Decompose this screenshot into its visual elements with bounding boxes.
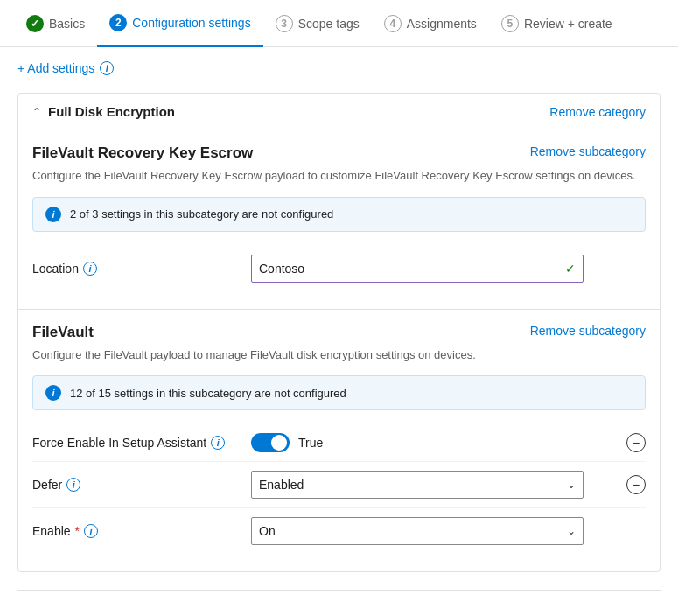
defer-dropdown-arrow-icon: ⌄	[567, 479, 576, 491]
info-banner-text-filevault: 12 of 15 settings in this subcategory ar…	[70, 387, 346, 400]
main-content: + Add settings i ⌃ Full Disk Encryption …	[0, 47, 678, 605]
force-enable-toggle-thumb	[271, 435, 287, 451]
setting-control-force-enable: True −	[251, 433, 646, 452]
force-enable-remove-button[interactable]: −	[626, 433, 646, 452]
setting-label-enable: Enable * i	[32, 524, 251, 538]
step-label-basics: Basics	[49, 17, 85, 31]
enable-dropdown[interactable]: On ⌄	[251, 517, 584, 545]
enable-required-star: *	[75, 524, 80, 538]
setting-label-text-enable: Enable	[32, 524, 71, 538]
setting-label-text-force-enable: Force Enable In Setup Assistant	[32, 436, 206, 450]
setting-row-force-enable: Force Enable In Setup Assistant i True −	[32, 424, 646, 462]
subcategory-filevault-recovery: FileVault Recovery Key Escrow Remove sub…	[18, 130, 660, 310]
step-icon-basics: ✓	[26, 15, 44, 32]
category-header: ⌃ Full Disk Encryption Remove category	[18, 94, 660, 130]
remove-category-button[interactable]: Remove category	[549, 105, 646, 119]
step-icon-configuration: 2	[109, 14, 127, 32]
bottom-divider	[17, 590, 661, 591]
location-input-wrapper[interactable]: ✓	[251, 255, 584, 283]
wizard-nav: ✓ Basics 2 Configuration settings 3 Scop…	[0, 0, 678, 47]
setting-control-location: ✓	[251, 255, 646, 283]
setting-label-text-location: Location	[32, 262, 79, 276]
setting-control-defer: Enabled ⌄ −	[251, 471, 646, 499]
defer-remove-button[interactable]: −	[626, 475, 646, 494]
step-label-configuration: Configuration settings	[132, 16, 250, 30]
setting-info-icon-defer[interactable]: i	[66, 478, 80, 492]
subcategory-filevault-recovery-header: FileVault Recovery Key Escrow Remove sub…	[32, 144, 646, 162]
nav-step-assignments[interactable]: 4 Assignments	[372, 0, 489, 47]
setting-label-defer: Defer i	[32, 478, 251, 492]
location-check-icon: ✓	[565, 262, 583, 276]
step-icon-review-create: 5	[501, 15, 519, 32]
location-input[interactable]	[252, 262, 565, 276]
subcategory-filevault-desc: Configure the FileVault payload to manag…	[32, 346, 646, 364]
defer-dropdown-value: Enabled	[259, 478, 304, 492]
category-title: Full Disk Encryption	[48, 104, 175, 119]
add-settings-info-icon[interactable]: i	[100, 61, 114, 75]
remove-subcategory-filevault-recovery-button[interactable]: Remove subcategory	[530, 144, 646, 158]
category-title-row: ⌃ Full Disk Encryption	[32, 104, 175, 119]
remove-subcategory-filevault-button[interactable]: Remove subcategory	[530, 324, 646, 338]
info-banner-icon-filevault-recovery: i	[45, 206, 61, 222]
subcategory-filevault-title: FileVault	[32, 324, 94, 341]
nav-step-basics[interactable]: ✓ Basics	[14, 0, 97, 47]
setting-label-force-enable: Force Enable In Setup Assistant i	[32, 436, 251, 450]
nav-step-review-create[interactable]: 5 Review + create	[489, 0, 625, 47]
setting-row-enable: Enable * i On ⌄	[32, 508, 646, 554]
info-banner-text-filevault-recovery: 2 of 3 settings in this subcategory are …	[70, 207, 333, 220]
info-banner-filevault: i 12 of 15 settings in this subcategory …	[32, 375, 646, 410]
subcategory-filevault: FileVault Remove subcategory Configure t…	[18, 310, 660, 572]
setting-row-location: Location i ✓	[32, 246, 646, 291]
setting-row-defer: Defer i Enabled ⌄ −	[32, 462, 646, 508]
step-icon-assignments: 4	[384, 15, 402, 32]
nav-step-scope-tags[interactable]: 3 Scope tags	[263, 0, 372, 47]
setting-label-location: Location i	[32, 262, 251, 276]
setting-control-enable: On ⌄	[251, 517, 646, 545]
enable-dropdown-value: On	[259, 524, 276, 538]
setting-info-icon-location[interactable]: i	[83, 262, 97, 276]
category-chevron-icon[interactable]: ⌃	[32, 106, 41, 118]
step-label-review-create: Review + create	[524, 17, 612, 31]
category-section: ⌃ Full Disk Encryption Remove category F…	[17, 93, 661, 572]
setting-label-text-defer: Defer	[32, 478, 62, 492]
info-banner-filevault-recovery: i 2 of 3 settings in this subcategory ar…	[32, 197, 646, 232]
subcategory-filevault-header: FileVault Remove subcategory	[32, 324, 646, 341]
add-settings-link[interactable]: + Add settings i	[17, 61, 661, 75]
setting-info-icon-force-enable[interactable]: i	[211, 436, 225, 450]
subcategory-filevault-recovery-title: FileVault Recovery Key Escrow	[32, 144, 253, 162]
defer-dropdown[interactable]: Enabled ⌄	[251, 471, 584, 499]
add-settings-label[interactable]: + Add settings	[17, 61, 94, 75]
step-icon-scope-tags: 3	[276, 15, 293, 32]
setting-info-icon-enable[interactable]: i	[84, 524, 98, 538]
enable-dropdown-arrow-icon: ⌄	[567, 525, 576, 537]
force-enable-toggle-label: True	[298, 436, 323, 450]
step-label-scope-tags: Scope tags	[298, 17, 360, 31]
subcategory-filevault-recovery-desc: Configure the FileVault Recovery Key Esc…	[32, 167, 646, 185]
info-banner-icon-filevault: i	[45, 385, 61, 401]
step-label-assignments: Assignments	[407, 17, 477, 31]
nav-step-configuration[interactable]: 2 Configuration settings	[97, 0, 262, 47]
force-enable-toggle[interactable]	[251, 433, 290, 452]
